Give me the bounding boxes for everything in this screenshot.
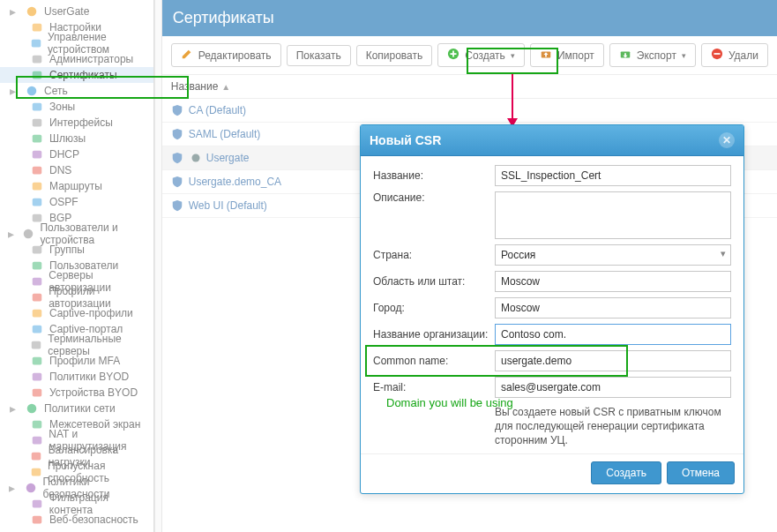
org-field[interactable] <box>495 324 731 345</box>
tree-group[interactable]: ▸Пользователи и устройства <box>0 226 153 242</box>
tree-item[interactable]: DHCP <box>0 146 153 162</box>
svg-rect-19 <box>33 310 42 318</box>
tree-item[interactable]: Маршруты <box>0 178 153 194</box>
gear-icon <box>25 4 39 19</box>
svg-rect-23 <box>33 373 42 381</box>
tree-item[interactable]: OSPF <box>0 194 153 210</box>
import-icon <box>540 48 552 63</box>
svg-rect-26 <box>33 421 42 429</box>
import-button[interactable]: Импорт <box>530 43 604 67</box>
dialog-create-button[interactable]: Создать <box>591 461 661 484</box>
label-name: Название: <box>373 169 495 182</box>
show-button[interactable]: Показать <box>287 45 351 66</box>
card-icon <box>30 68 44 82</box>
server-icon <box>30 274 43 288</box>
dialog-info-text: Вы создаете новый CSR с приватным ключом… <box>495 403 731 448</box>
svg-rect-37 <box>713 53 720 55</box>
captive-icon <box>30 306 44 320</box>
export-button[interactable]: Экспорт ▾ <box>609 43 696 67</box>
create-label: Создать <box>465 49 505 62</box>
svg-rect-7 <box>33 119 42 127</box>
label-state: Область или штат: <box>373 275 495 288</box>
svg-rect-20 <box>33 326 42 333</box>
svg-rect-10 <box>33 167 42 175</box>
tree-item[interactable]: Политики BYOD <box>0 369 153 385</box>
page-title: Сертификаты <box>173 9 274 26</box>
svg-rect-32 <box>33 516 42 524</box>
cell-name: CA (Default) <box>189 104 246 116</box>
nat-icon <box>30 433 43 447</box>
expand-icon: ▸ <box>5 481 19 495</box>
tree-group[interactable]: ▸UserGate <box>0 4 153 19</box>
city-field[interactable] <box>495 297 731 318</box>
svg-rect-12 <box>33 199 42 206</box>
tree-group[interactable]: ▸Сеть <box>0 83 153 99</box>
ospf-icon <box>30 195 44 209</box>
svg-rect-31 <box>33 500 42 508</box>
close-icon[interactable]: ✕ <box>719 132 735 148</box>
terminal-icon <box>30 338 42 352</box>
svg-rect-27 <box>32 437 41 445</box>
tree-item[interactable]: Терминальные серверы <box>0 337 153 353</box>
mfa-icon <box>30 354 44 368</box>
svg-point-0 <box>27 7 37 17</box>
svg-rect-15 <box>33 246 42 254</box>
label-city: Город: <box>373 302 495 314</box>
table-row[interactable]: CA (Default) <box>162 99 777 123</box>
copy-label: Копировать <box>366 49 423 62</box>
tree-item[interactable]: Администраторы <box>0 51 153 67</box>
routes-icon <box>30 179 44 193</box>
chevron-down-icon: ▾ <box>721 248 726 259</box>
state-field[interactable] <box>495 271 731 292</box>
tree-item[interactable]: Сертификаты <box>0 67 153 83</box>
tree-item[interactable]: Шлюзы <box>0 131 153 146</box>
pane-divider[interactable] <box>154 0 161 532</box>
dialog-cancel-button[interactable]: Отмена <box>667 461 735 484</box>
description-field[interactable] <box>495 191 731 239</box>
country-select[interactable] <box>495 244 731 266</box>
edit-button[interactable]: Редактировать <box>171 43 281 67</box>
interfaces-icon <box>30 116 44 130</box>
shield-icon <box>171 176 183 188</box>
tree-item[interactable]: Профили авторизации <box>0 289 153 305</box>
arrow-annotation <box>512 74 513 125</box>
label-email: E-mail: <box>373 381 495 393</box>
delete-button[interactable]: Удали <box>701 43 768 67</box>
dialog-title: Новый CSR <box>370 133 441 147</box>
svg-point-30 <box>26 483 36 493</box>
copy-button[interactable]: Копировать <box>356 45 433 66</box>
zones-icon <box>30 100 44 114</box>
byod-icon <box>30 370 44 384</box>
dialog-header[interactable]: Новый CSR ✕ <box>361 125 743 156</box>
tree-item[interactable]: Фильтрация контента <box>0 496 153 512</box>
cell-name: Web UI (Default) <box>189 199 267 212</box>
gear-icon <box>30 20 44 34</box>
common-name-field[interactable] <box>495 350 731 371</box>
create-button[interactable]: Создать ▾ <box>437 43 525 67</box>
show-label: Показать <box>296 49 341 62</box>
gateway-icon <box>30 131 44 146</box>
tree-item[interactable]: Устройства BYOD <box>0 385 153 401</box>
tree-item[interactable]: Интерфейсы <box>0 115 153 131</box>
toolbar: Редактировать Показать Копировать Создат… <box>162 36 777 75</box>
dns-icon <box>30 163 44 177</box>
policy-icon <box>25 401 39 416</box>
svg-rect-28 <box>32 453 41 461</box>
table-header[interactable]: Название ▲ <box>162 75 777 99</box>
svg-rect-21 <box>32 341 41 349</box>
shield-icon <box>171 104 183 116</box>
tree-item[interactable]: Captive-профили <box>0 305 153 321</box>
annotation-text: Domain you will be using <box>386 396 513 409</box>
tree-group[interactable]: ▸Политики сети <box>0 401 153 416</box>
shield-icon <box>171 152 183 164</box>
sidebar: ▸UserGateНастройкиУправление устройством… <box>0 0 154 532</box>
page-title-bar: Сертификаты <box>162 0 777 36</box>
name-field[interactable] <box>495 165 731 186</box>
tree-item[interactable]: Веб-безопасность <box>0 512 153 528</box>
tree-item[interactable]: Управление устройством <box>0 35 153 51</box>
email-field[interactable] <box>495 377 731 398</box>
svg-rect-6 <box>33 103 42 111</box>
tree-item[interactable]: Зоны <box>0 99 153 115</box>
device-icon <box>30 386 44 400</box>
tree-item[interactable]: DNS <box>0 162 153 178</box>
